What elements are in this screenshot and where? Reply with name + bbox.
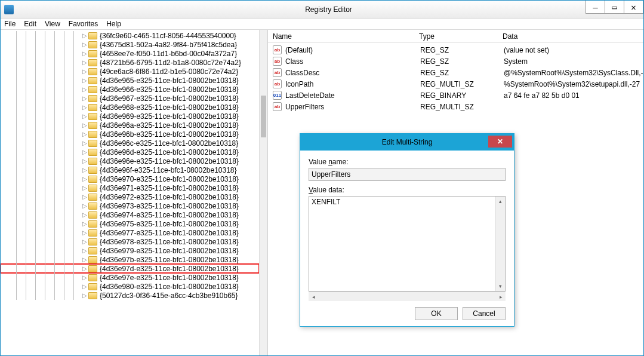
tree-item[interactable]: ▷{50127dc3-0f36-415e-a6cc-4cb3be910b65}	[1, 291, 259, 300]
tree-item[interactable]: ▷{49ce6ac8-6f86-11d2-b1e5-0080c72e74a2}	[1, 67, 259, 76]
menu-edit[interactable]: Edit	[24, 20, 36, 28]
tree-item[interactable]: ▷{4d36e978-e325-11ce-bfc1-08002be10318}	[1, 237, 259, 246]
tree-item[interactable]: ▷{4d36e965-e325-11ce-bfc1-08002be10318}	[1, 76, 259, 85]
expander-icon[interactable]: ▷	[81, 185, 88, 191]
menu-file[interactable]: File	[4, 20, 16, 28]
tree-item[interactable]: ▷{4d36e970-e325-11ce-bfc1-08002be10318}	[1, 174, 259, 183]
col-header-data[interactable]: Data	[503, 32, 643, 41]
tree-item[interactable]: ▷{4d36e971-e325-11ce-bfc1-08002be10318}	[1, 183, 259, 192]
expander-icon[interactable]: ▷	[81, 238, 88, 245]
value-row[interactable]: abIconPathREG_MULTI_SZ%SystemRoot%\Syste…	[273, 78, 643, 90]
expander-icon[interactable]: ▷	[81, 50, 88, 57]
dialog-titlebar[interactable]: Edit Multi-String ✕	[300, 134, 514, 151]
scroll-down-icon[interactable]: ▾	[496, 281, 505, 291]
expander-icon[interactable]: ▷	[81, 41, 88, 48]
tree-item-label: {4d36e975-e325-11ce-bfc1-08002be10318}	[100, 220, 239, 228]
tree-item[interactable]: ▷{48721b56-6795-11d2-b1a8-0080c72e74a2}	[1, 58, 259, 67]
tree-scrollbar[interactable]	[259, 30, 267, 355]
folder-icon	[88, 292, 97, 299]
expander-icon[interactable]: ▷	[81, 68, 88, 75]
col-header-name[interactable]: Name	[273, 32, 419, 41]
tree-item[interactable]: ▷{4d36e96f-e325-11ce-bfc1-08002be10318}	[1, 165, 259, 174]
menu-favorites[interactable]: Favorites	[69, 20, 98, 28]
expander-icon[interactable]: ▷	[81, 104, 88, 111]
cancel-button[interactable]: Cancel	[463, 307, 506, 320]
tree-item[interactable]: ▷{4d36e977-e325-11ce-bfc1-08002be10318}	[1, 228, 259, 237]
tree-item-label: {4d36e96b-e325-11ce-bfc1-08002be10318}	[100, 130, 239, 139]
expander-icon[interactable]: ▷	[81, 149, 88, 155]
textarea-vscroll[interactable]: ▴ ▾	[495, 197, 505, 291]
values-list[interactable]: ab(Default)REG_SZ(value not set)abClassR…	[268, 43, 643, 112]
expander-icon[interactable]: ▷	[81, 131, 88, 137]
expander-icon[interactable]: ▷	[81, 274, 88, 281]
menu-view[interactable]: View	[45, 20, 60, 28]
tree-item[interactable]: ▷{4d36e96b-e325-11ce-bfc1-08002be10318}	[1, 130, 259, 139]
scroll-left-icon[interactable]: ◂	[309, 294, 318, 300]
tree-item[interactable]: ▷{36fc9e60-c465-11cf-8056-444553540000}	[1, 31, 259, 40]
expander-icon[interactable]: ▷	[81, 176, 88, 182]
expander-icon[interactable]: ▷	[81, 229, 88, 236]
titlebar[interactable]: Registry Editor — ▭ ✕	[1, 1, 643, 19]
tree-item[interactable]: ▷{4d36e969-e325-11ce-bfc1-08002be10318}	[1, 112, 259, 121]
col-header-type[interactable]: Type	[419, 32, 503, 41]
expander-icon[interactable]: ▷	[81, 113, 88, 119]
expander-icon[interactable]: ▷	[81, 283, 88, 290]
tree-item[interactable]: ▷{4d36e96a-e325-11ce-bfc1-08002be10318}	[1, 121, 259, 130]
tree-item[interactable]: ▷{4d36e968-e325-11ce-bfc1-08002be10318}	[1, 103, 259, 112]
expander-icon[interactable]: ▷	[81, 194, 88, 200]
tree-item[interactable]: ▷{4d36e97e-e325-11ce-bfc1-08002be10318}	[1, 273, 259, 282]
maximize-button[interactable]: ▭	[605, 1, 624, 14]
expander-icon[interactable]: ▷	[81, 122, 88, 128]
tree-item[interactable]: ▷{4d36e97b-e325-11ce-bfc1-08002be10318}	[1, 255, 259, 264]
tree-item[interactable]: ▷{4d36e974-e325-11ce-bfc1-08002be10318}	[1, 210, 259, 219]
registry-tree[interactable]: ▷{36fc9e60-c465-11cf-8056-444553540000}▷…	[1, 30, 259, 355]
value-data-textarea[interactable]	[309, 197, 495, 291]
expander-icon[interactable]: ▷	[81, 202, 88, 209]
tree-item[interactable]: ▷{4d36e966-e325-11ce-bfc1-08002be10318}	[1, 85, 259, 94]
tree-item[interactable]: ▷{4d36e96e-e325-11ce-bfc1-08002be10318}	[1, 156, 259, 165]
menu-help[interactable]: Help	[106, 20, 121, 28]
close-button[interactable]: ✕	[624, 1, 643, 14]
tree-item[interactable]: ▷{43675d81-502a-4a82-9f84-b75f418c5dea}	[1, 40, 259, 49]
tree-item[interactable]: ▷{4658ee7e-f050-11d1-b6bd-00c04fa372a7}	[1, 49, 259, 58]
tree-scrollbar-thumb[interactable]	[261, 96, 266, 137]
expander-icon[interactable]: ▷	[81, 95, 88, 102]
minimize-button[interactable]: —	[586, 1, 605, 14]
scroll-right-icon[interactable]: ▸	[496, 294, 506, 300]
expander-icon[interactable]: ▷	[81, 256, 88, 263]
tree-item[interactable]: ▷{4d36e967-e325-11ce-bfc1-08002be10318}	[1, 94, 259, 103]
expander-icon[interactable]: ▷	[81, 86, 88, 93]
value-row[interactable]: abUpperFiltersREG_MULTI_SZ	[273, 101, 643, 112]
value-row[interactable]: ab(Default)REG_SZ(value not set)	[273, 44, 643, 56]
tree-item-label: {4d36e97e-e325-11ce-bfc1-08002be10318}	[100, 274, 239, 282]
scroll-up-icon[interactable]: ▴	[496, 197, 505, 206]
string-value-icon: ab	[273, 45, 282, 54]
expander-icon[interactable]: ▷	[81, 32, 88, 39]
tree-item[interactable]: ▷{4d36e973-e325-11ce-bfc1-08002be10318}	[1, 201, 259, 210]
expander-icon[interactable]: ▷	[81, 211, 88, 218]
tree-item[interactable]: ▷{4d36e980-e325-11ce-bfc1-08002be10318}	[1, 282, 259, 291]
ok-button[interactable]: OK	[415, 307, 458, 320]
textarea-hscroll[interactable]: ◂ ▸	[309, 291, 506, 301]
value-row[interactable]: abClassDescREG_SZ@%SystemRoot%\System32\…	[273, 67, 643, 78]
expander-icon[interactable]: ▷	[81, 140, 88, 146]
tree-item[interactable]: ▷{4d36e979-e325-11ce-bfc1-08002be10318}	[1, 246, 259, 255]
expander-icon[interactable]: ▷	[81, 77, 88, 84]
dialog-close-button[interactable]: ✕	[488, 136, 512, 148]
expander-icon[interactable]: ▷	[81, 167, 88, 173]
expander-icon[interactable]: ▷	[81, 59, 88, 66]
expander-icon[interactable]: ▷	[81, 247, 88, 254]
string-value-icon: ab	[273, 57, 282, 66]
folder-icon	[88, 265, 97, 272]
expander-icon[interactable]: ▷	[81, 265, 88, 272]
tree-item[interactable]: ▷{4d36e97d-e325-11ce-bfc1-08002be10318}	[1, 264, 259, 273]
tree-item[interactable]: ▷{4d36e96d-e325-11ce-bfc1-08002be10318}	[1, 148, 259, 156]
value-row[interactable]: 011LastDeleteDateREG_BINARYa7 64 fe a7 8…	[273, 90, 643, 101]
expander-icon[interactable]: ▷	[81, 220, 88, 227]
expander-icon[interactable]: ▷	[81, 292, 88, 299]
tree-item[interactable]: ▷{4d36e96c-e325-11ce-bfc1-08002be10318}	[1, 139, 259, 148]
tree-item[interactable]: ▷{4d36e975-e325-11ce-bfc1-08002be10318}	[1, 219, 259, 228]
expander-icon[interactable]: ▷	[81, 158, 88, 164]
value-row[interactable]: abClassREG_SZSystem	[273, 56, 643, 67]
tree-item[interactable]: ▷{4d36e972-e325-11ce-bfc1-08002be10318}	[1, 192, 259, 201]
